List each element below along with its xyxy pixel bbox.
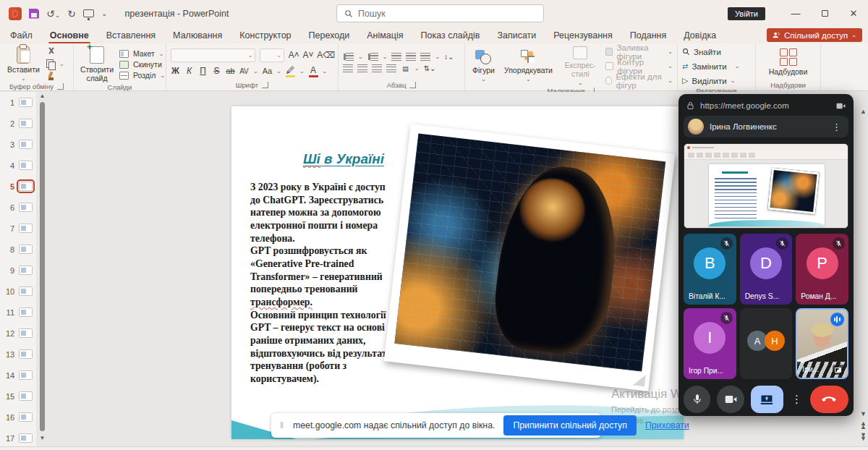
save-icon[interactable] bbox=[29, 9, 39, 19]
tab-slideshow[interactable]: Показ слайдів bbox=[421, 30, 480, 41]
shrink-font-icon[interactable]: A˅ bbox=[303, 50, 313, 60]
tab-insert[interactable]: Вставлення bbox=[106, 30, 156, 41]
slide-thumbnail-7[interactable]: 7 bbox=[0, 218, 36, 239]
section-button[interactable]: Розділ⌄ bbox=[119, 71, 165, 80]
undo-icon[interactable]: ↺⌄ bbox=[46, 9, 60, 19]
presenter-row[interactable]: Ірина Логвиненкс ⋮ bbox=[684, 116, 848, 137]
shape-effects-button[interactable]: Ефекти для фігур⌄ bbox=[605, 75, 673, 87]
increase-indent-icon[interactable] bbox=[406, 53, 416, 61]
tab-view[interactable]: Подання bbox=[630, 30, 666, 41]
align-right-icon[interactable] bbox=[372, 64, 382, 72]
camera-icon[interactable] bbox=[836, 102, 846, 110]
camera-button[interactable] bbox=[717, 386, 744, 413]
scroll-down-icon[interactable]: ▼ bbox=[38, 434, 47, 443]
slide-thumbnail-11[interactable]: 11 bbox=[0, 302, 36, 323]
slide-thumbnail-13[interactable]: 13 bbox=[0, 344, 36, 365]
canvas-scroll-down-icon[interactable]: ▼ bbox=[860, 410, 867, 417]
minimize-button[interactable]: — bbox=[781, 0, 810, 27]
clear-formatting-icon[interactable]: A⌫ bbox=[317, 50, 333, 60]
shapes-button[interactable]: Фігури⌄ bbox=[469, 49, 498, 83]
slide-thumbnail-6[interactable]: 6 bbox=[0, 197, 36, 218]
bullets-icon[interactable] bbox=[346, 53, 354, 61]
tab-file[interactable]: Файл bbox=[10, 30, 33, 41]
participant-tile-1[interactable]: BВіталій К... bbox=[684, 234, 736, 305]
highlight-color-icon[interactable]: 🖉 bbox=[286, 65, 295, 77]
character-spacing-icon[interactable]: AV bbox=[239, 67, 249, 75]
slide-title[interactable]: Ші в Україні bbox=[260, 151, 427, 167]
slide-body-text[interactable]: З 2023 року в Україні є доступ до ChatGP… bbox=[250, 181, 395, 386]
arrange-button[interactable]: Упорядкувати⌄ bbox=[501, 49, 556, 83]
font-size-combo[interactable]: ⌄ bbox=[260, 48, 284, 62]
grow-font-icon[interactable]: A˄ bbox=[289, 50, 299, 60]
paragraph-dialog-launcher[interactable] bbox=[409, 82, 416, 88]
shape-outline-button[interactable]: Контур фігури⌄ bbox=[605, 60, 673, 72]
paste-button[interactable]: Вставити⌄ bbox=[4, 46, 43, 82]
format-painter-icon[interactable] bbox=[46, 72, 55, 81]
drag-grip-icon[interactable]: ‖ bbox=[280, 420, 284, 430]
justify-icon[interactable] bbox=[386, 64, 396, 72]
find-button[interactable]: Знайти bbox=[682, 46, 721, 58]
addins-button[interactable]: Надбудови bbox=[766, 48, 811, 77]
text-direction-icon[interactable]: ⇅⌄ bbox=[424, 64, 436, 72]
tab-help[interactable]: Довідка bbox=[684, 30, 716, 41]
font-name-combo[interactable]: ⌄ bbox=[171, 48, 255, 62]
tab-home[interactable]: Основне bbox=[50, 30, 89, 41]
tab-transitions[interactable]: Переходи bbox=[309, 30, 350, 41]
thumbnail-scrollbar[interactable]: ▲ ▼ bbox=[38, 92, 47, 443]
slide-thumbnail-8[interactable]: 8 bbox=[0, 239, 36, 260]
tab-record[interactable]: Записати bbox=[497, 30, 536, 41]
participant-tile-3[interactable]: PРоман Д... bbox=[796, 234, 848, 305]
screen-share-preview[interactable] bbox=[684, 143, 848, 229]
slide-thumbnail-1[interactable]: 1 bbox=[0, 92, 36, 113]
bold-button[interactable]: Ж bbox=[171, 66, 180, 76]
leave-call-button[interactable] bbox=[810, 386, 848, 413]
shape-fill-button[interactable]: Заливка фігури⌄ bbox=[605, 46, 673, 58]
stop-sharing-button[interactable]: Припинити спільний доступ bbox=[503, 415, 636, 436]
slide-thumbnail-14[interactable]: 14 bbox=[0, 365, 36, 386]
close-button[interactable]: ✕ bbox=[839, 0, 868, 27]
slide-thumbnail-16[interactable]: 16 bbox=[0, 407, 36, 428]
scroll-up-icon[interactable]: ▲ bbox=[38, 92, 47, 101]
font-color-icon[interactable]: А bbox=[309, 65, 318, 77]
slide-thumbnail-10[interactable]: 10 bbox=[0, 281, 36, 302]
copy-icon[interactable] bbox=[46, 59, 55, 69]
tab-design[interactable]: Конструктор bbox=[239, 30, 291, 41]
participant-tile-4[interactable]: IІгор При... bbox=[684, 308, 736, 379]
share-access-button[interactable]: Спільний доступ ⌄ bbox=[767, 28, 862, 42]
participant-tile-duo[interactable]: A H bbox=[740, 308, 793, 379]
participant-tile-2[interactable]: DDenys S... bbox=[740, 234, 793, 305]
italic-button[interactable]: К bbox=[184, 66, 194, 76]
sort-direction-icon[interactable]: ↕⌄ bbox=[444, 53, 454, 61]
layout-button[interactable]: Макет⌄ bbox=[119, 49, 165, 58]
columns-icon[interactable]: ▤ bbox=[401, 65, 410, 72]
customize-qat-icon[interactable]: ⌄ bbox=[101, 10, 107, 17]
align-center-icon[interactable] bbox=[357, 64, 367, 72]
self-video-tile[interactable]: Іри... bbox=[796, 308, 848, 379]
slide-thumbnail-5[interactable]: 5 bbox=[0, 176, 36, 197]
scrollbar-thumb[interactable] bbox=[40, 102, 45, 431]
font-dialog-launcher[interactable] bbox=[262, 82, 268, 88]
tab-review[interactable]: Рецензування bbox=[553, 30, 612, 41]
next-slide-icon[interactable]: ▼▼ bbox=[860, 433, 867, 441]
line-spacing-icon[interactable] bbox=[420, 53, 430, 61]
slide-thumbnail-15[interactable]: 15 bbox=[0, 386, 36, 407]
canvas-scroll-up-icon[interactable]: ▲ bbox=[860, 108, 867, 115]
new-slide-button[interactable]: Створити слайд bbox=[78, 46, 116, 83]
select-button[interactable]: ▷ Виділити⌄ bbox=[682, 75, 735, 87]
sign-in-button[interactable]: Увійти bbox=[728, 7, 765, 20]
copy-dropdown-icon[interactable]: ⌄ bbox=[59, 61, 64, 67]
start-slideshow-icon[interactable] bbox=[83, 9, 94, 17]
microphone-button[interactable] bbox=[684, 386, 710, 413]
strikethrough-button[interactable]: S bbox=[212, 66, 221, 76]
redo-icon[interactable]: ↻ bbox=[67, 9, 76, 19]
more-options-icon[interactable]: ⋮ bbox=[829, 122, 844, 132]
slide-thumbnail-4[interactable]: 4 bbox=[0, 155, 36, 176]
slide-thumbnail-9[interactable]: 9 bbox=[0, 260, 36, 281]
decrease-indent-icon[interactable] bbox=[391, 53, 401, 61]
replace-button[interactable]: ⇄ Замінити⌄ bbox=[682, 60, 739, 72]
strike-ab-icon[interactable]: ab bbox=[226, 67, 235, 75]
more-controls-icon[interactable]: ⋮ bbox=[790, 393, 804, 406]
align-left-icon[interactable] bbox=[343, 64, 353, 72]
restore-button[interactable] bbox=[810, 0, 839, 27]
tab-animations[interactable]: Анімація bbox=[367, 30, 403, 41]
